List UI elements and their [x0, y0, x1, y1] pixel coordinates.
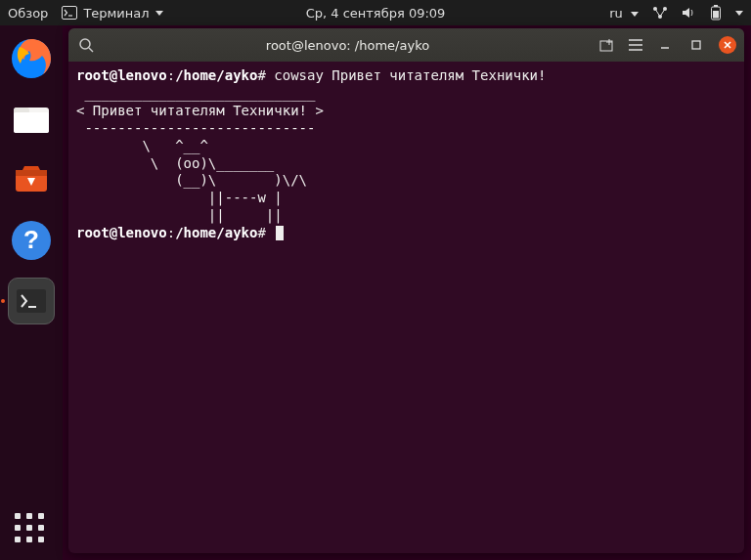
app-menu-label: Терминал [83, 6, 149, 21]
network-icon[interactable] [652, 6, 668, 20]
grid-icon [15, 513, 48, 546]
hamburger-menu-icon[interactable] [629, 39, 642, 51]
activities-button[interactable]: Обзор [8, 6, 48, 21]
dock-files[interactable] [8, 96, 55, 143]
dock-terminal[interactable] [8, 278, 55, 324]
prompt-user: root@lenovo [76, 67, 167, 83]
show-applications-button[interactable] [0, 513, 63, 546]
clock[interactable]: Ср, 4 сентября 09:09 [306, 6, 446, 21]
output-line: ____________________________ [76, 85, 324, 101]
output-line: < Привет читателям Технички! > [76, 103, 324, 118]
keyboard-layout-label: ru [609, 6, 623, 21]
top-panel: Обзор Терминал Ср, 4 сентября 09:09 ru [0, 0, 751, 25]
dock-software[interactable] [8, 156, 55, 203]
volume-icon[interactable] [682, 6, 696, 20]
output-line: || || [76, 207, 283, 223]
prompt-path: /home/ayko [175, 225, 257, 240]
minimize-button[interactable] [656, 36, 674, 54]
output-line: ||----w | [76, 190, 283, 205]
terminal-window: root@lenovo: /home/ayko root@lenovo:/hom… [68, 28, 744, 553]
keyboard-layout-indicator[interactable]: ru [609, 6, 639, 21]
prompt-user: root@lenovo [76, 225, 167, 240]
dock-help[interactable]: ? [8, 217, 55, 264]
output-line: \ ^__^ [76, 138, 208, 153]
svg-text:?: ? [23, 225, 39, 254]
prompt-symbol: # [257, 225, 265, 240]
svg-rect-7 [713, 11, 719, 19]
svg-line-19 [89, 48, 93, 52]
svg-rect-11 [14, 112, 49, 133]
top-panel-left: Обзор Терминал [8, 6, 163, 21]
system-menu-icon[interactable] [735, 11, 743, 16]
command-text: cowsay Привет читателям Технички! [274, 67, 546, 83]
titlebar-right [599, 36, 736, 54]
output-line: ---------------------------- [76, 120, 324, 136]
search-icon[interactable] [76, 35, 96, 55]
output-line: (__)\ )\/\ [76, 172, 307, 188]
running-indicator [1, 299, 5, 303]
app-menu[interactable]: Терминал [62, 6, 162, 21]
svg-rect-0 [63, 7, 77, 20]
prompt-path: /home/ayko [175, 67, 257, 83]
cursor [276, 226, 284, 240]
close-button[interactable] [719, 36, 736, 54]
svg-rect-16 [17, 289, 46, 313]
chevron-down-icon [155, 11, 163, 16]
terminal-app-icon [62, 6, 77, 20]
svg-point-18 [80, 39, 90, 49]
top-panel-right: ru [609, 5, 743, 21]
battery-icon[interactable] [710, 5, 722, 21]
maximize-button[interactable] [687, 36, 705, 54]
prompt-symbol: # [257, 67, 265, 83]
svg-rect-13 [16, 170, 47, 176]
window-title: root@lenovo: /home/ayko [104, 38, 592, 53]
dock-firefox[interactable] [8, 35, 55, 82]
new-tab-icon[interactable] [599, 38, 615, 52]
terminal-body[interactable]: root@lenovo:/home/ayko# cowsay Привет чи… [68, 62, 744, 553]
dock: ? [0, 25, 63, 560]
svg-rect-27 [692, 41, 700, 49]
chevron-down-icon [631, 12, 639, 17]
output-line: \ (oo)\_______ [76, 155, 274, 171]
titlebar[interactable]: root@lenovo: /home/ayko [68, 28, 744, 62]
